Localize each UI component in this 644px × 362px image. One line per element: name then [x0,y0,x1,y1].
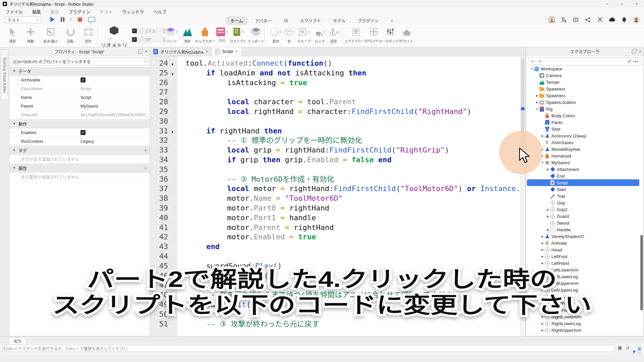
tree-arrow-icon[interactable]: ▶ [540,322,545,325]
tree-item-varietyshades02[interactable]: ▶VarietyShades02 [527,233,639,240]
tree-item-terrain[interactable]: Terrain [527,79,639,85]
share-icon[interactable] [584,16,592,23]
tree-item-rightupperarm[interactable]: ▶RightUpperArm [527,327,639,334]
tree-item-workspace[interactable]: ▼Workspace [527,65,639,72]
tree-item-pants[interactable]: Pants [527,119,639,126]
property-section-header[interactable]: ▼データ [9,67,150,76]
property-section-header[interactable]: ▼動作 [9,119,150,128]
ribbon-tool-character[interactable]: キャラクター [195,26,215,44]
close-icon[interactable]: × [145,49,148,54]
ribbon-tool-group[interactable]: ▾グループ [295,26,313,44]
close-tab-icon[interactable]: × [206,49,208,54]
cloud-icon[interactable] [608,16,616,23]
command-input[interactable]: Ctrl+↵でコマンドを実行するか、Ctrl+↑/↓で履歴を表示してください [2,345,615,352]
account-avatar[interactable] [633,16,640,23]
tree-item-start[interactable]: Start [527,186,639,193]
close-tab-icon[interactable]: × [235,49,238,54]
record-avatar-icon[interactable] [548,16,555,23]
bookmark-icon[interactable] [618,346,622,351]
close-button[interactable]: × [629,0,644,7]
tree-arrow-icon[interactable]: ▶ [546,215,550,218]
search-history-icon[interactable]: ↺ [628,59,631,64]
tree-item-spawners[interactable]: Spawners [527,85,639,92]
collapse-arrow-icon[interactable]: ▼ [13,69,16,73]
collapse-arrow-icon[interactable]: ▼ [13,122,16,125]
collapse-arrow-icon[interactable]: ▼ [13,166,16,170]
tree-item-humanoid[interactable]: ▶Humanoid [527,153,639,159]
tree-item-leftfoot[interactable]: ▶LeftFoot [527,253,639,260]
maximize-button[interactable]: □ [614,0,629,7]
property-row[interactable]: ParentMySword [9,102,150,111]
history-icon[interactable]: ↺ [626,346,630,351]
tab-place[interactable]: オリジナル剣No2alpha × [150,47,212,56]
property-row[interactable]: Archivable✓ [9,76,150,84]
tree-item-blondeboyhair[interactable]: ▶BlondeBoyHair [527,146,639,153]
play-button[interactable] [50,17,55,22]
ribbon-tool-terrain[interactable]: 地形 [180,26,195,44]
ribbon-tab-3[interactable]: UI [279,17,293,24]
tree-item-mysword[interactable]: ▼MySword [527,159,639,166]
ribbon-tool-toolbox[interactable]: ツールボックス [381,26,400,43]
ribbon-tool-explorer[interactable]: エクスプローラ [345,26,366,43]
property-row[interactable]: UniqueId4e12da623ecd4d51099e42b70000... [9,111,150,119]
tree-item-trail[interactable]: Trail [527,193,639,199]
menu-item-5[interactable]: テスト [100,8,113,15]
checkbox-checked-icon[interactable]: ✓ [80,130,86,135]
tree-item-end[interactable]: End [527,173,639,179]
tree-arrow-icon[interactable]: ▶ [535,94,539,97]
tree-arrow-icon[interactable]: ▶ [540,235,545,238]
notifications-bell-icon[interactable] [621,16,628,23]
property-row[interactable]: Enabled✓ [9,128,150,137]
ribbon-tool-transform[interactable]: 変形 [79,26,97,44]
ribbon-tab-6[interactable]: プラグイン [353,16,384,25]
stop-button[interactable] [78,17,82,22]
menu-item-7[interactable]: ヘルプ [153,8,166,15]
ribbon-tool-parts[interactable]: ▾パーツ [163,26,180,44]
tree-arrow-icon[interactable]: ▶ [540,242,545,245]
add-icon[interactable]: + [144,147,147,153]
close-icon[interactable]: × [639,49,641,54]
ribbon-tool-lock[interactable]: ▾ロック [313,26,327,44]
move-snap-checkbox[interactable]: ✓ [132,28,137,33]
tree-arrow-icon[interactable]: ▶ [540,134,545,137]
tree-item-spawners[interactable]: ▶Spawners [527,92,639,99]
tree-item-script[interactable]: Script [527,179,639,186]
ribbon-tool-scale[interactable]: 拡大/縮小 [40,26,62,44]
capture-icon[interactable] [572,16,580,23]
menu-item-1[interactable]: ファイル [5,8,23,15]
rotate-snap-checkbox[interactable]: ✓ [132,37,137,42]
ribbon-tool-script[interactable]: ▾スクリプト [229,26,248,44]
tree-arrow-icon[interactable]: ▼ [530,67,534,70]
properties-filter-input[interactable]: (Ctrl+Shift+P) のプロパティをフィルタする ▾ [11,57,148,65]
menu-item-6[interactable]: ウィンドウ [122,8,144,15]
move-snap-control[interactable]: ✓ 1マス ▲▼ [131,27,166,35]
ribbon-tab-5[interactable]: モデル [328,16,351,25]
tree-item-handle[interactable]: ▶Handle [527,226,639,233]
tree-item-animsaves[interactable]: AnimSaves [527,139,639,146]
popout-icon[interactable] [138,50,142,54]
menu-item-3[interactable]: 表示 [50,8,59,15]
tree-item-body-colors[interactable]: Body Colors [527,112,639,119]
ribbon-tool-gui[interactable]: ▾GUI [215,26,229,44]
ribbon-tool-assets[interactable]: アセット [400,26,414,43]
ribbon-tool-anchor[interactable]: ▾固定 [327,26,341,44]
tree-item-shirt[interactable]: Shirt [527,126,639,132]
add-collaborator-icon[interactable] [560,16,568,23]
ribbon-tab-1[interactable]: ホーム [225,16,248,25]
property-row[interactable]: NameScript [9,93,150,102]
device-emulator-icon[interactable] [88,17,95,22]
ribbon-tab-4[interactable]: スクリプト [295,16,326,25]
test-mode-dropdown[interactable]: テスト ▾ [5,16,41,23]
ribbon-tool-import[interactable]: インポート [248,26,264,44]
menu-item-2[interactable]: 編集 [32,8,41,15]
tree-item-grip2[interactable]: ▶Grip2 [527,206,639,213]
tab-script[interactable]: Script × [212,47,241,56]
minimize-button[interactable]: − [600,0,614,7]
tree-arrow-icon[interactable]: ▶ [546,208,550,211]
add-icon[interactable]: + [144,165,147,171]
ribbon-tab-2[interactable]: アバター [250,16,277,25]
pause-dropdown-icon[interactable]: ▾ [70,18,72,21]
tree-item-spawnlocation[interactable]: ▶SpawnLocation [527,99,639,106]
tab-output[interactable]: 出力 [9,337,26,344]
pause-button[interactable] [61,17,64,22]
